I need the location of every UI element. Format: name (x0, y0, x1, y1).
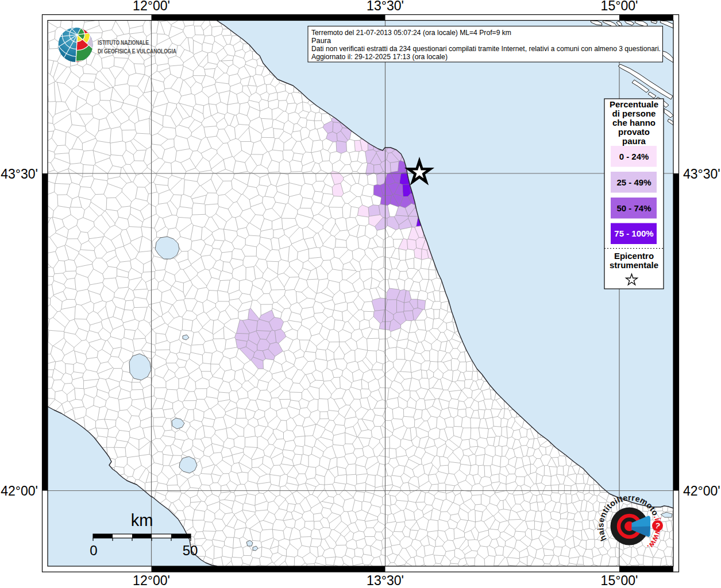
svg-text:12°00': 12°00' (133, 573, 170, 588)
svg-text:25 - 49%: 25 - 49% (616, 177, 651, 187)
svg-text:che hanno: che hanno (612, 118, 656, 127)
svg-text:0: 0 (90, 543, 97, 558)
svg-text:Percentuale: Percentuale (610, 99, 658, 109)
svg-text:provato: provato (618, 127, 650, 137)
svg-text:12°00': 12°00' (133, 0, 170, 13)
svg-text:0 - 24%: 0 - 24% (619, 152, 649, 161)
svg-text:di persone: di persone (612, 109, 656, 118)
svg-text:43°30': 43°30' (683, 167, 720, 181)
svg-text:42°00': 42°00' (683, 483, 720, 498)
svg-text:Paura: Paura (311, 36, 331, 45)
svg-text:DI GEOFISICA E VULCANOLOGIA: DI GEOFISICA E VULCANOLOGIA (98, 48, 176, 55)
svg-text:ISTITUTO NAZIONALE: ISTITUTO NAZIONALE (98, 39, 149, 46)
svg-text:50 - 74%: 50 - 74% (616, 203, 651, 213)
svg-text:km: km (131, 511, 153, 529)
svg-text:strumentale: strumentale (610, 260, 658, 270)
svg-text:Aggiornato il: 29-12-2025 17:1: Aggiornato il: 29-12-2025 17:13 (ora loc… (311, 52, 448, 61)
svg-text:15°00': 15°00' (601, 0, 638, 13)
svg-text:75 - 100%: 75 - 100% (614, 229, 653, 238)
svg-text:13°30': 13°30' (367, 0, 404, 13)
svg-text:Epicentro: Epicentro (614, 251, 654, 261)
svg-text:Dati non verificati estratti d: Dati non verificati estratti da 234 ques… (311, 44, 661, 53)
svg-text:50: 50 (183, 543, 198, 558)
svg-text:paura: paura (622, 136, 646, 146)
svg-text:42°00': 42°00' (1, 483, 38, 498)
svg-text:15°00': 15°00' (601, 573, 638, 588)
svg-text:43°30': 43°30' (1, 167, 38, 181)
svg-text:Terremoto del 21-07-2013 05:07: Terremoto del 21-07-2013 05:07:24 (ora l… (311, 28, 511, 37)
svg-text:13°30': 13°30' (367, 573, 404, 588)
